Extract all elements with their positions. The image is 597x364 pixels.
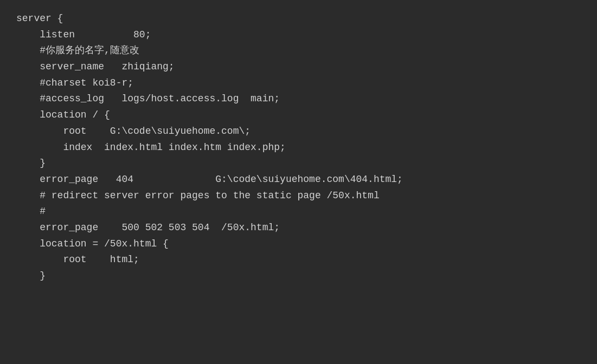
code-line: root html; — [16, 252, 581, 268]
code-line: location / { — [16, 107, 581, 123]
code-line: } — [16, 155, 581, 172]
code-line: server_name zhiqiang; — [16, 59, 581, 75]
code-content: server { listen 80; #你服务的名字,随意改 server_n… — [16, 11, 581, 284]
code-line: # redirect server error pages to the sta… — [16, 188, 581, 204]
code-line: #access_log logs/host.access.log main; — [16, 91, 581, 107]
code-line: index index.html index.htm index.php; — [16, 140, 581, 156]
code-line: error_page 500 502 503 504 /50x.html; — [16, 220, 581, 236]
code-line: } — [16, 268, 581, 284]
code-line: #charset koi8-r; — [16, 75, 581, 92]
code-line: location = /50x.html { — [16, 236, 581, 252]
code-line: error_page 404 G:\code\suiyuehome.com\40… — [16, 172, 581, 188]
code-line: root G:\code\suiyuehome.com\; — [16, 123, 581, 140]
code-line: # — [16, 204, 581, 220]
code-editor: server { listen 80; #你服务的名字,随意改 server_n… — [0, 0, 597, 364]
code-line: #你服务的名字,随意改 — [16, 43, 581, 59]
code-line: server { — [16, 11, 581, 27]
code-line: listen 80; — [16, 27, 581, 43]
